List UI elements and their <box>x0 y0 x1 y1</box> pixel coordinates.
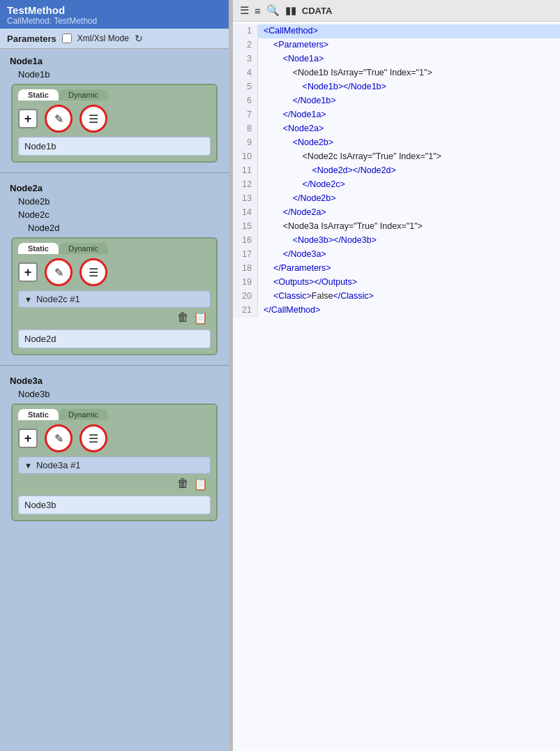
line-content: <Node3a IsArray="True" Index="1"> <box>264 220 560 234</box>
node3a-item-1-row[interactable]: ▼ Node3a #1 <box>18 456 211 474</box>
divider-1 <box>0 172 229 173</box>
refresh-icon[interactable]: ↻ <box>135 33 143 44</box>
node2d-static-tab[interactable]: Static <box>18 243 59 254</box>
line-content: <Outputs></Outputs> <box>264 276 560 290</box>
line-content: <Node1b></Node1b> <box>264 80 560 94</box>
code-line-16: 16 <Node3b></Node3b> <box>233 234 560 248</box>
line-content: <Node3b></Node3b> <box>264 234 560 248</box>
right-panel: ☰ ≡ 🔍 ▮▮ CDATA 1<CallMethod>2 <Parameter… <box>233 0 560 751</box>
node2d-add-button[interactable]: + <box>18 262 38 282</box>
node3b-sub-label: Node3b <box>6 387 223 401</box>
node2d-dynamic-tab[interactable]: Dynamic <box>59 243 108 254</box>
line-number: 12 <box>233 178 258 192</box>
node2d-edit-button[interactable]: ✎ <box>45 258 73 286</box>
code-line-5: 5 <Node1b></Node1b> <box>233 80 560 94</box>
node1b-static-tab[interactable]: Static <box>18 89 59 101</box>
line-content: </Node3a> <box>264 248 560 262</box>
node3b-static-tab[interactable]: Static <box>18 409 59 420</box>
code-line-8: 8 <Node2a> <box>233 122 560 136</box>
node1b-sd-buttons: + ✎ ☰ <box>18 105 211 133</box>
panel-header: TestMethod CallMethod: TestMethod <box>0 0 229 29</box>
line-number: 2 <box>233 38 258 52</box>
parameters-toolbar: Parameters Xml/Xsl Mode ↻ <box>0 29 229 49</box>
line-number: 10 <box>233 150 258 164</box>
line-content: <Node2d></Node2d> <box>264 164 560 178</box>
node3b-dynamic-tab[interactable]: Dynamic <box>59 409 108 420</box>
line-number: 6 <box>233 94 258 108</box>
node1b-edit-button[interactable]: ✎ <box>45 105 73 133</box>
delete-icon-2[interactable]: 🗑 <box>177 477 189 491</box>
line-content: <Node1b IsArray="True" Index="1"> <box>264 66 560 80</box>
node1b-value[interactable]: Node1b <box>18 137 211 156</box>
node1a-label: Node1a <box>6 53 223 68</box>
node2d-sub-label: Node2d <box>6 221 223 235</box>
code-line-1: 1<CallMethod> <box>233 24 560 38</box>
hamburger-icon[interactable]: ☰ <box>240 4 249 17</box>
node1b-sd-box: Static Dynamic + ✎ ☰ Node1b <box>11 84 218 163</box>
line-number: 11 <box>233 164 258 178</box>
node3b-value[interactable]: Node3b <box>18 496 211 514</box>
left-panel: TestMethod CallMethod: TestMethod Parame… <box>0 0 229 751</box>
copy-icon[interactable]: 📋 <box>193 311 208 325</box>
code-line-14: 14 </Node2a> <box>233 206 560 220</box>
node2b-sub-label: Node2b <box>6 195 223 208</box>
line-content: </Node1b> <box>264 94 560 108</box>
line-content: <Node2c IsArray="True" Index="1"> <box>264 150 560 164</box>
node3b-add-button[interactable]: + <box>18 429 38 448</box>
delete-icon[interactable]: 🗑 <box>177 311 189 325</box>
node2d-sd-box: Static Dynamic + ✎ ☰ ▼ Node2c #1 🗑 📋 Nod… <box>11 237 218 355</box>
code-line-9: 9 <Node2b> <box>233 136 560 150</box>
code-line-20: 20 <Classic>False</Classic> <box>233 290 560 304</box>
node1b-add-button[interactable]: + <box>18 109 38 128</box>
node3b-edit-button[interactable]: ✎ <box>45 424 73 452</box>
parameters-label: Parameters <box>7 34 56 44</box>
node1b-sub-label: Node1b <box>6 68 223 81</box>
line-number: 17 <box>233 248 258 262</box>
line-content: </Node2a> <box>264 206 560 220</box>
code-line-13: 13 </Node2b> <box>233 192 560 206</box>
code-line-15: 15 <Node3a IsArray="True" Index="1"> <box>233 220 560 234</box>
line-number: 9 <box>233 136 258 150</box>
code-line-21: 21</CallMethod> <box>233 304 560 318</box>
code-line-4: 4 <Node1b IsArray="True" Index="1"> <box>233 66 560 80</box>
panel-title: TestMethod <box>7 4 222 16</box>
line-number: 1 <box>233 24 258 38</box>
line-number: 20 <box>233 290 258 304</box>
line-content: </CallMethod> <box>264 304 560 318</box>
node3b-sd-box: Static Dynamic + ✎ ☰ ▼ Node3a #1 🗑 📋 Nod… <box>11 403 218 521</box>
code-line-12: 12 </Node2c> <box>233 178 560 192</box>
code-line-7: 7 </Node1a> <box>233 108 560 122</box>
right-toolbar: ☰ ≡ 🔍 ▮▮ CDATA <box>233 0 560 22</box>
node2c-item-1-label: Node2c #1 <box>36 294 80 304</box>
code-line-10: 10 <Node2c IsArray="True" Index="1"> <box>233 150 560 164</box>
node2c-item-1-row[interactable]: ▼ Node2c #1 <box>18 290 211 308</box>
node1b-dynamic-tab[interactable]: Dynamic <box>59 89 108 101</box>
parameters-checkbox[interactable] <box>62 34 72 43</box>
node3b-sd-tabs: Static Dynamic <box>18 409 211 420</box>
line-number: 16 <box>233 234 258 248</box>
code-line-3: 3 <Node1a> <box>233 52 560 66</box>
line-number: 21 <box>233 304 258 318</box>
line-content: <CallMethod> <box>264 24 560 38</box>
node1b-list-button[interactable]: ☰ <box>80 105 107 133</box>
line-number: 18 <box>233 262 258 276</box>
line-content: <Node2b> <box>264 136 560 150</box>
divider-2 <box>0 365 229 366</box>
toggle-icon[interactable]: ▮▮ <box>285 4 296 17</box>
node1a-section: Node1a Node1b Static Dynamic + ✎ ☰ Node1… <box>6 53 223 165</box>
node2a-label: Node2a <box>6 180 223 195</box>
node2d-value[interactable]: Node2d <box>18 329 211 348</box>
copy-icon-2[interactable]: 📋 <box>193 477 208 491</box>
list-icon[interactable]: ≡ <box>255 5 261 17</box>
node2d-sd-buttons: + ✎ ☰ <box>18 258 211 286</box>
collapse-arrow-icon: ▼ <box>24 295 32 304</box>
line-number: 15 <box>233 220 258 234</box>
code-line-17: 17 </Node3a> <box>233 248 560 262</box>
code-line-19: 19 <Outputs></Outputs> <box>233 276 560 290</box>
node3b-list-button[interactable]: ☰ <box>80 424 107 452</box>
mode-label: Xml/Xsl Mode <box>77 34 129 43</box>
search-icon[interactable]: 🔍 <box>266 4 280 17</box>
node2d-list-button[interactable]: ☰ <box>80 258 107 286</box>
node1b-sd-tabs: Static Dynamic <box>18 89 211 101</box>
line-content: </Node2b> <box>264 192 560 206</box>
